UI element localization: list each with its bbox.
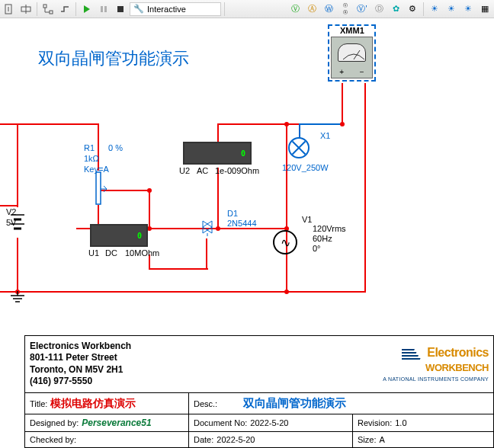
size-label: Size:	[358, 435, 376, 444]
tb-btn-1[interactable]	[2, 2, 17, 17]
probe-settings-icon[interactable]: ✿	[388, 2, 403, 17]
v1-amp: 120Vrms	[313, 224, 346, 233]
title-label: Title:	[30, 399, 47, 408]
scope-icon-3[interactable]: ☀	[460, 2, 476, 17]
designed-value: Perseverance51	[82, 418, 151, 428]
rev-value: 1.0	[395, 418, 406, 427]
designed-label: Designed by:	[30, 418, 79, 427]
component-r1[interactable]	[91, 169, 107, 209]
u2-ref: U2	[179, 166, 190, 175]
date-value: 2022-5-20	[217, 435, 255, 444]
run-button[interactable]	[79, 2, 95, 17]
scope-icon-1[interactable]: ☀	[427, 2, 442, 17]
probe-w-icon[interactable]: Ⓦ	[321, 2, 336, 17]
meter-needle-icon	[338, 43, 366, 62]
size-value: A	[379, 435, 384, 444]
checked-label: Checked by:	[30, 435, 76, 444]
gear-icon[interactable]: ⚙	[405, 2, 420, 17]
docno-value: 2022-5-20	[250, 418, 288, 427]
svg-rect-8	[117, 6, 124, 12]
tb-btn-hier[interactable]	[40, 2, 56, 17]
component-d1[interactable]	[197, 218, 220, 236]
v1-ref: V1	[302, 215, 312, 224]
stop-button[interactable]	[113, 2, 128, 17]
date-label: Date:	[194, 435, 213, 444]
instrument-icon[interactable]: ▦	[477, 2, 492, 17]
component-x1[interactable]	[288, 137, 310, 158]
u2-reading: 0	[241, 149, 245, 158]
r1-percent: 0 %	[108, 143, 123, 152]
u1-imp: 10MOhm	[125, 248, 159, 258]
v1-freq: 60Hz	[313, 234, 332, 243]
xmm1-ref: XMM1	[340, 26, 382, 35]
wrench-icon: 🔧	[133, 4, 144, 14]
probe-v-icon[interactable]: Ⓥ	[287, 2, 303, 17]
svg-rect-23	[402, 358, 421, 360]
component-u2[interactable]: 0	[183, 142, 252, 165]
r1-ref: R1	[84, 143, 95, 152]
svg-rect-5	[50, 11, 53, 14]
svg-rect-7	[104, 6, 107, 12]
sim-mode-label: Interactive	[147, 5, 186, 14]
component-u1[interactable]: 0	[90, 224, 148, 247]
svg-rect-10	[96, 172, 101, 204]
rev-label: Revision:	[358, 418, 392, 427]
probe-d-icon[interactable]: Ⓓ	[371, 2, 387, 17]
instrument-xmm1[interactable]: XMM1 +−	[328, 24, 376, 82]
x1-spec: 120V_250W	[282, 163, 329, 172]
probe-a-icon[interactable]: Ⓐ	[304, 2, 319, 17]
u2-imp: 1e-009Ohm	[215, 166, 259, 175]
svg-line-9	[354, 50, 360, 59]
x1-ref: X1	[320, 131, 330, 140]
v2-ref: V2	[6, 207, 16, 216]
svg-rect-20	[402, 349, 415, 350]
u1-mode: DC	[105, 248, 117, 258]
company-address: Electronics Workbench 801-111 Peter Stre…	[30, 341, 131, 388]
logo-icon	[402, 347, 425, 362]
probe-ref-icon[interactable]: Ⓥ'	[354, 2, 370, 17]
d1-part: 2N5444	[227, 219, 257, 228]
svg-rect-21	[402, 352, 416, 354]
u1-reading: 0	[137, 232, 142, 240]
ground-icon	[9, 291, 26, 305]
desc-value: 双向晶闸管功能演示	[243, 396, 346, 411]
toolbar: 🔧 Interactive Ⓥ Ⓐ Ⓦ ⓋⒶ Ⓥ' Ⓓ ✿ ⚙ ☀ ☀ ☀ ▦	[0, 0, 494, 18]
r1-key: Key=A	[84, 165, 109, 174]
pause-button[interactable]	[96, 2, 111, 17]
svg-rect-6	[101, 6, 103, 12]
svg-rect-4	[43, 5, 47, 8]
u2-mode: AC	[197, 166, 208, 175]
r1-value: 1kΩ	[84, 154, 99, 163]
v1-phase: 0°	[313, 244, 321, 253]
scope-icon-2[interactable]: ☀	[444, 2, 459, 17]
desc-label: Desc.:	[194, 399, 217, 408]
sim-mode-select[interactable]: 🔧 Interactive	[130, 2, 221, 16]
u1-ref: U1	[88, 248, 99, 258]
tb-btn-2[interactable]	[18, 2, 34, 17]
probe-va-icon[interactable]: ⓋⒶ	[338, 2, 353, 17]
svg-rect-22	[402, 355, 419, 357]
schematic-title: 双向晶闸管功能演示	[38, 47, 189, 70]
company-logo: Electronics WORKBENCH A NATIONAL INSTRUM…	[383, 346, 489, 382]
component-v1[interactable]: ∿	[273, 230, 297, 254]
title-value: 模拟电路仿真演示	[50, 397, 136, 411]
titleblock: Electronics Workbench 801-111 Peter Stre…	[24, 335, 494, 448]
d1-ref: D1	[227, 209, 238, 218]
tb-btn-step[interactable]	[57, 2, 72, 17]
v2-value: 5V	[6, 218, 16, 227]
docno-label: Document No:	[194, 418, 247, 427]
